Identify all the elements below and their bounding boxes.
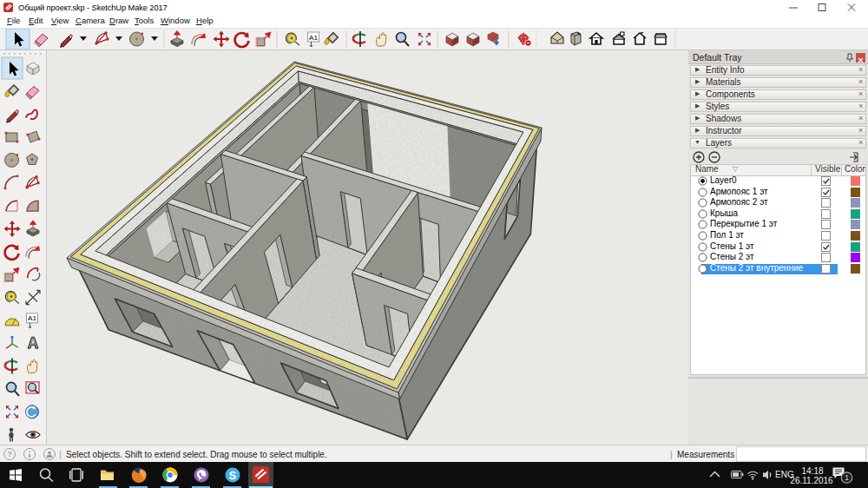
svg-text:26.11.2016: 26.11.2016 — [790, 476, 833, 485]
svg-text:A1: A1 — [28, 314, 36, 322]
svg-text:?: ? — [7, 450, 11, 458]
svg-text:S: S — [229, 470, 236, 482]
svg-text:14:18: 14:18 — [801, 466, 823, 476]
svg-text:A1: A1 — [309, 34, 318, 42]
svg-text:1: 1 — [845, 473, 849, 482]
